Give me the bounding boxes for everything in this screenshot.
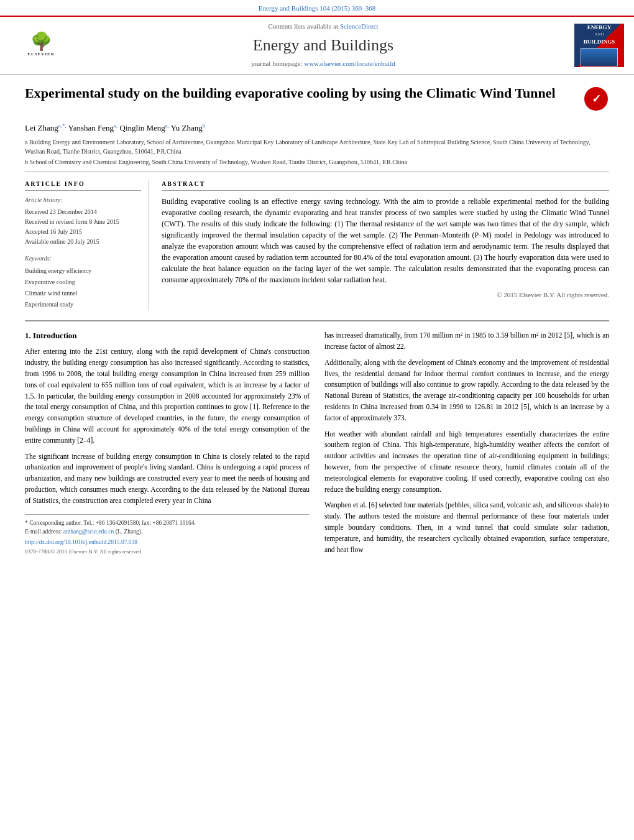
footnote-corresponding: * Corresponding author. Tel.: +86 136426… [25, 519, 310, 527]
body-left-col: 1. Introduction After entering into the … [25, 330, 310, 560]
keywords-label: Keywords: [25, 254, 141, 263]
authors-line: Lei Zhanga,*, Yanshan Fenga, Qinglin Men… [25, 122, 609, 134]
keyword-3: Climatic wind tunnel [25, 288, 141, 299]
crossmark-circle: ✓ [584, 87, 608, 111]
journal-ref-bar: Energy and Buildings 104 (2015) 360–368 [0, 0, 634, 16]
crossmark-badge: ✓ [584, 87, 609, 112]
journal-homepage-link[interactable]: www.elsevier.com/locate/enbuild [304, 60, 395, 67]
intro-para2: The significant increase of building ene… [25, 451, 310, 507]
right-col: ABSTRACT Building evaporative cooling is… [162, 180, 609, 310]
history-label: Article history: [25, 196, 141, 205]
journal-homepage: journal homepage: www.elsevier.com/locat… [78, 59, 568, 68]
article-title: Experimental study on the building evapo… [25, 85, 577, 103]
right-para3: has increased dramatically, from 170 mil… [324, 330, 609, 353]
affil-b: b School of Chemistry and Chemical Engin… [25, 157, 609, 167]
eb-buildings-label: BUILDINGS [581, 38, 618, 46]
abstract-text: Building evaporative cooling is an effec… [162, 196, 609, 285]
right-para5: Hot weather with abundant rainfall and h… [324, 429, 609, 496]
keywords-section: Keywords: Building energy efficiency Eva… [25, 254, 141, 310]
footnote-email: E-mail address: arzhang@scut.edu.cn (L. … [25, 527, 310, 536]
eb-logo: ENERGY AND BUILDINGS [574, 24, 624, 67]
doi-link[interactable]: http://dx.doi.org/10.1016/j.enbuild.2015… [25, 539, 137, 545]
rights-line: 0378-7788/© 2015 Elsevier B.V. All right… [25, 548, 310, 556]
right-para4: Additionally, along with the development… [324, 358, 609, 424]
keyword-1: Building energy efficiency [25, 265, 141, 277]
footnote-email-link[interactable]: arzhang@scut.edu.cn [63, 528, 114, 535]
contents-list: Contents lists available at ScienceDirec… [78, 22, 568, 31]
body-right-col: has increased dramatically, from 170 mil… [324, 330, 609, 560]
received-date: Received 23 December 2014 [25, 207, 141, 217]
left-col: ARTICLE INFO Article history: Received 2… [25, 180, 149, 310]
doi-line: http://dx.doi.org/10.1016/j.enbuild.2015… [25, 538, 310, 547]
article-history: Article history: Received 23 December 20… [25, 196, 141, 247]
accepted-date: Accepted 16 July 2015 [25, 227, 141, 237]
copyright-line: © 2015 Elsevier B.V. All rights reserved… [162, 290, 609, 300]
footnote-section: * Corresponding author. Tel.: +86 136426… [25, 514, 310, 556]
article-info-header: ARTICLE INFO [25, 180, 141, 191]
sciencedirect-link[interactable]: ScienceDirect [340, 22, 379, 30]
svg-text:✓: ✓ [592, 93, 601, 105]
main-content: Experimental study on the building evapo… [0, 75, 634, 571]
journal-title-main: Energy and Buildings [78, 34, 568, 57]
journal-header: 🌳 ELSEVIER Contents lists available at S… [0, 16, 634, 74]
elsevier-logo: 🌳 ELSEVIER [10, 27, 72, 64]
keyword-4: Experimental study [25, 299, 141, 310]
journal-ref-text: Energy and Buildings 104 (2015) 360–368 [259, 4, 375, 12]
abstract-header: ABSTRACT [162, 180, 609, 191]
article-info-abstract: ARTICLE INFO Article history: Received 2… [25, 172, 609, 310]
affiliations: a Building Energy and Environment Labora… [25, 137, 609, 167]
affil-a: a Building Energy and Environment Labora… [25, 137, 609, 156]
journal-center: Contents lists available at ScienceDirec… [78, 22, 568, 68]
elsevier-label: ELSEVIER [27, 52, 54, 58]
intro-title: 1. Introduction [25, 330, 310, 341]
article-title-section: Experimental study on the building evapo… [25, 85, 609, 116]
body-section: 1. Introduction After entering into the … [25, 320, 609, 560]
right-para6: Wanphen et al. [6] selected four materia… [324, 500, 609, 555]
keyword-2: Evaporative cooling [25, 277, 141, 288]
intro-para1: After entering into the 21st century, al… [25, 346, 310, 446]
revised-date: Received in revised form 8 June 2015 [25, 217, 141, 227]
available-date: Available online 20 July 2015 [25, 237, 141, 247]
